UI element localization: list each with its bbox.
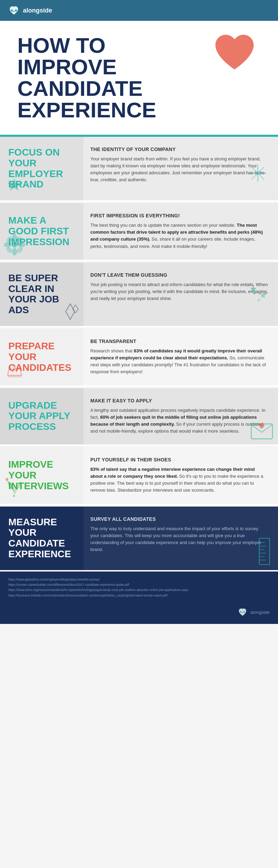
section3-body: Your job posting is meant to attract and… bbox=[90, 281, 268, 302]
section7-subheading: SURVEY ALL CANDIDATES bbox=[90, 516, 268, 522]
stars-icon bbox=[249, 285, 268, 304]
section6-subheading: PUT YOURSELF IN THEIR SHOES bbox=[90, 457, 268, 462]
section6-left: IMPROVE YOUR INTERVIEWS bbox=[0, 447, 83, 504]
svg-marker-21 bbox=[257, 298, 261, 302]
footer-logo-icon bbox=[238, 607, 247, 617]
section7-body: The only way to truly understand and mea… bbox=[90, 525, 268, 553]
section-prepare-candidates: PREPARE YOUR CANDIDATES BE TRANSPARENT R… bbox=[0, 329, 278, 387]
section1-subheading: THE IDENTITY OF YOUR COMPANY bbox=[90, 147, 268, 152]
svg-point-12 bbox=[18, 242, 25, 247]
section7-heading: MEASURE YOUR CANDIDATE EXPERIENCE bbox=[8, 517, 75, 560]
footer-link-2: https://screen.careerbuilder.com/differe… bbox=[8, 582, 270, 587]
svg-point-10 bbox=[12, 248, 17, 256]
svg-point-7 bbox=[256, 172, 260, 175]
star-icon bbox=[6, 177, 23, 194]
crown-icon bbox=[4, 360, 25, 381]
section5-body: A lengthy and outdated application proce… bbox=[90, 407, 268, 435]
plant-icon bbox=[3, 478, 26, 500]
section2-left: MAKE A GOOD FIRST IMPRESSION bbox=[0, 203, 83, 260]
section3-subheading: DON'T LEAVE THEM GUESSING bbox=[90, 272, 268, 278]
section4-right: BE TRANSPARENT Research shows that 83% o… bbox=[83, 329, 278, 385]
svg-point-11 bbox=[4, 242, 11, 247]
section1-left: FOCUS ON YOUR EMPLOYER BRAND bbox=[0, 137, 83, 200]
flower-icon bbox=[3, 234, 26, 256]
svg-marker-17 bbox=[66, 304, 75, 319]
footer-link-4: https://business.linkedin.com/content/da… bbox=[8, 593, 270, 598]
svg-marker-19 bbox=[250, 285, 256, 292]
section-interviews: IMPROVE YOUR INTERVIEWS PUT YOURSELF IN … bbox=[0, 447, 278, 505]
section1-body: Your employer brand starts from within. … bbox=[90, 156, 268, 184]
ruler-icon bbox=[256, 537, 273, 565]
section-employer-brand: FOCUS ON YOUR EMPLOYER BRAND THE IDENTIT… bbox=[0, 137, 278, 202]
section5-left: UPGRADE YOUR APPLY PROCESS bbox=[0, 388, 83, 445]
section4-subheading: BE TRANSPARENT bbox=[90, 339, 268, 344]
svg-marker-20 bbox=[260, 292, 266, 298]
section-job-ads: BE SUPER CLEAR IN YOUR JOB ADS DON'T LEA… bbox=[0, 262, 278, 327]
section4-left: PREPARE YOUR CANDIDATES bbox=[0, 329, 83, 385]
section1-right: THE IDENTITY OF YOUR COMPANY Your employ… bbox=[83, 137, 278, 200]
logo-icon bbox=[8, 5, 19, 16]
hero-section: HOW TO IMPROVE CANDIDATE EXPERIENCE bbox=[0, 21, 278, 135]
section-first-impression: MAKE A GOOD FIRST IMPRESSION FIRST IMPRE… bbox=[0, 203, 278, 261]
section6-body: 83% of talent say that a negative interv… bbox=[90, 466, 268, 494]
footer-link-3: https://www.shrm.org/resourcesandtools/h… bbox=[8, 587, 270, 593]
sparkle-icon bbox=[247, 163, 268, 184]
section2-right: FIRST IMPRESSION IS EVERYTHING! The best… bbox=[83, 203, 278, 260]
section6-right: PUT YOURSELF IN THEIR SHOES 83% of talen… bbox=[83, 447, 278, 504]
svg-point-8 bbox=[12, 242, 17, 248]
hero-title: HOW TO IMPROVE CANDIDATE EXPERIENCE bbox=[17, 35, 219, 121]
footer-links: https://www.glassdoor.com/employers/blog… bbox=[0, 571, 278, 604]
section-measure: MEASURE YOUR CANDIDATE EXPERIENCE SURVEY… bbox=[0, 507, 278, 571]
svg-marker-2 bbox=[8, 178, 21, 191]
svg-point-9 bbox=[12, 234, 17, 242]
header: alongside bbox=[0, 0, 278, 21]
section4-body: Research shows that 83% of candidates sa… bbox=[90, 348, 268, 376]
logo-text: alongside bbox=[23, 7, 52, 14]
section3-right: DON'T LEAVE THEM GUESSING Your job posti… bbox=[83, 262, 278, 326]
footer-logo-text: alongside bbox=[250, 610, 270, 615]
footer-link-1: https://www.glassdoor.com/employers/blog… bbox=[8, 577, 270, 582]
section7-left: MEASURE YOUR CANDIDATE EXPERIENCE bbox=[0, 507, 83, 570]
section3-left: BE SUPER CLEAR IN YOUR JOB ADS bbox=[0, 262, 83, 326]
svg-rect-25 bbox=[259, 538, 270, 565]
section2-subheading: FIRST IMPRESSION IS EVERYTHING! bbox=[90, 213, 268, 218]
section2-body: The best thing you can do is update the … bbox=[90, 222, 268, 250]
section5-right: MAKE IT EASY TO APPLY A lengthy and outd… bbox=[83, 388, 278, 445]
section5-subheading: MAKE IT EASY TO APPLY bbox=[90, 398, 268, 403]
hero-heart-icon bbox=[212, 31, 257, 76]
section5-heading: UPGRADE YOUR APPLY PROCESS bbox=[8, 400, 75, 432]
footer-bottom: alongside bbox=[0, 604, 278, 624]
diamond-icon bbox=[61, 302, 80, 321]
envelope-icon bbox=[251, 420, 273, 440]
svg-marker-22 bbox=[8, 365, 22, 375]
svg-rect-23 bbox=[8, 375, 22, 377]
section-apply-process: UPGRADE YOUR APPLY PROCESS MAKE IT EASY … bbox=[0, 388, 278, 446]
section7-right: SURVEY ALL CANDIDATES The only way to tr… bbox=[83, 507, 278, 570]
